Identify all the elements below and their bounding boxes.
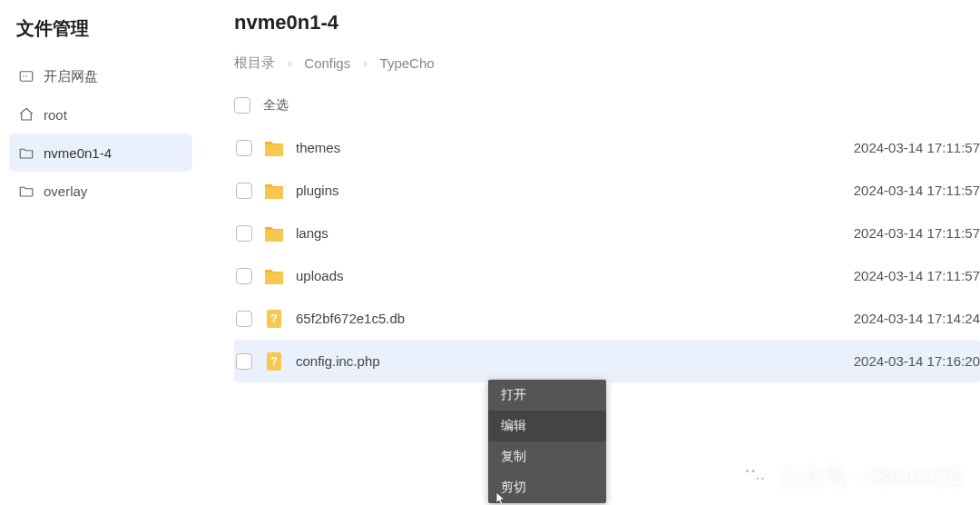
folder-icon <box>263 138 285 158</box>
file-checkbox[interactable] <box>236 353 252 370</box>
file-name: config.inc.php <box>296 353 380 369</box>
file-name: 65f2bf672e1c5.db <box>296 311 405 326</box>
file-unknown-icon: ? <box>263 309 285 329</box>
select-all-row: 全选 <box>234 97 980 114</box>
watermark-text: 公众号 · iStoreOS <box>779 462 964 491</box>
file-unknown-icon: ? <box>263 352 285 371</box>
select-all-checkbox[interactable] <box>234 97 250 114</box>
select-all-label: 全选 <box>263 97 289 114</box>
svg-point-12 <box>761 478 763 480</box>
folder-icon <box>263 181 285 201</box>
file-row[interactable]: uploads2024-03-14 17:11:57 <box>234 254 980 297</box>
folder-icon <box>263 223 285 243</box>
wechat-icon <box>740 461 770 492</box>
file-date: 2024-03-14 17:14:24 <box>854 311 980 326</box>
svg-text:?: ? <box>270 354 278 368</box>
main-panel: nvme0n1-4 根目录›Configs›TypeCho 全选 themes2… <box>201 0 980 505</box>
file-row[interactable]: langs2024-03-14 17:11:57 <box>234 212 980 254</box>
home-icon <box>18 106 34 123</box>
svg-point-7 <box>741 465 759 482</box>
file-date: 2024-03-14 17:16:20 <box>854 353 980 369</box>
folder-open-icon <box>18 144 34 161</box>
sidebar-item-label: nvme0n1-4 <box>44 145 112 161</box>
svg-point-8 <box>753 473 767 487</box>
chevron-right-icon: › <box>288 56 291 70</box>
file-date: 2024-03-14 17:11:57 <box>854 268 980 283</box>
sidebar-item-label: 开启网盘 <box>44 68 98 85</box>
breadcrumb-item-0[interactable]: 根目录 <box>234 54 275 72</box>
svg-point-9 <box>746 470 749 472</box>
cursor-icon <box>495 491 506 503</box>
sidebar-item-3[interactable]: overlay <box>9 172 192 210</box>
chevron-right-icon: › <box>363 56 367 70</box>
file-name: plugins <box>296 183 339 198</box>
breadcrumb: 根目录›Configs›TypeCho <box>234 54 980 72</box>
sidebar-item-0[interactable]: 开启网盘 <box>9 57 192 95</box>
file-checkbox[interactable] <box>236 183 252 199</box>
sidebar-item-label: root <box>44 107 67 123</box>
file-checkbox[interactable] <box>236 140 252 156</box>
context-menu-item-0[interactable]: 打开 <box>488 380 606 411</box>
svg-point-1 <box>23 75 24 77</box>
file-checkbox[interactable] <box>236 268 252 284</box>
disk-icon <box>18 68 34 84</box>
sidebar-item-label: overlay <box>44 183 87 199</box>
context-menu-label: 编辑 <box>501 418 526 434</box>
breadcrumb-item-2[interactable]: TypeCho <box>380 55 435 71</box>
sidebar-title: 文件管理 <box>9 16 192 57</box>
context-menu: 打开编辑复制剪切 <box>488 380 606 503</box>
watermark: 公众号 · iStoreOS <box>740 461 964 492</box>
file-row[interactable]: themes2024-03-14 17:11:57 <box>234 126 980 169</box>
file-checkbox[interactable] <box>236 311 252 327</box>
file-checkbox[interactable] <box>236 225 252 242</box>
file-name: langs <box>296 225 328 241</box>
file-row[interactable]: ?65f2bf672e1c5.db2024-03-14 17:14:24 <box>234 297 980 340</box>
file-row[interactable]: plugins2024-03-14 17:11:57 <box>234 169 980 212</box>
sidebar-item-2[interactable]: nvme0n1-4 <box>9 134 192 172</box>
folder-open-icon <box>18 183 34 199</box>
file-name: themes <box>296 140 340 155</box>
context-menu-label: 打开 <box>501 387 526 403</box>
svg-point-10 <box>751 470 754 472</box>
svg-text:?: ? <box>270 312 278 325</box>
file-name: uploads <box>296 268 344 283</box>
file-date: 2024-03-14 17:11:57 <box>854 225 980 241</box>
sidebar-item-1[interactable]: root <box>9 95 192 134</box>
context-menu-item-2[interactable]: 复制 <box>488 441 606 472</box>
folder-icon <box>263 266 285 286</box>
svg-point-2 <box>25 75 27 77</box>
file-date: 2024-03-14 17:11:57 <box>854 183 980 198</box>
breadcrumb-item-1[interactable]: Configs <box>304 55 350 71</box>
file-list: themes2024-03-14 17:11:57plugins2024-03-… <box>234 126 980 382</box>
file-date: 2024-03-14 17:11:57 <box>854 140 980 155</box>
page-title: nvme0n1-4 <box>234 5 980 35</box>
svg-point-11 <box>756 478 758 480</box>
context-menu-label: 复制 <box>501 449 526 465</box>
file-row[interactable]: ?config.inc.php2024-03-14 17:16:20 <box>234 340 980 382</box>
context-menu-item-1[interactable]: 编辑 <box>488 411 606 441</box>
sidebar: 文件管理 开启网盘rootnvme0n1-4overlay <box>0 0 201 505</box>
